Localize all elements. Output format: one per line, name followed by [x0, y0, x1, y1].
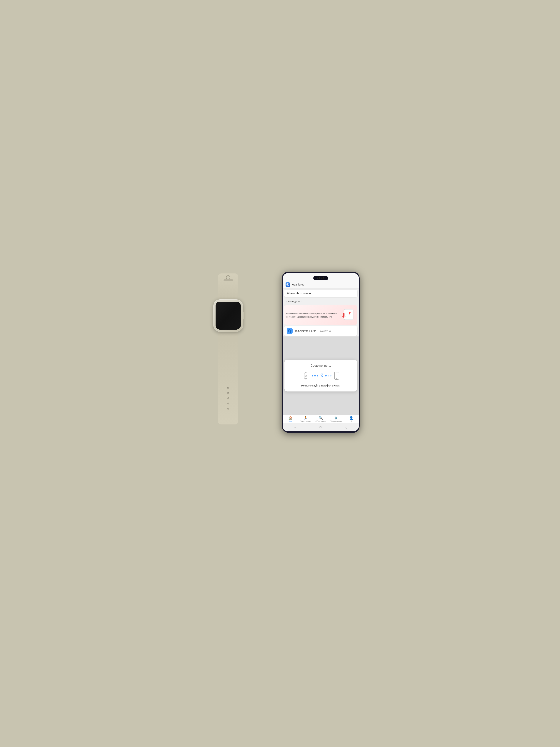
dot: [314, 375, 316, 377]
nav-item-profile[interactable]: 👤 Я: [344, 416, 359, 422]
reading-section: Чтение данных ...: [283, 298, 359, 305]
svg-rect-11: [343, 315, 344, 317]
nav-item-home[interactable]: 🏠 Дом: [283, 416, 298, 422]
modal-title: Соединение ...: [311, 364, 331, 367]
camera-lens-left: [317, 277, 320, 279]
app-title: Wearfit Pro: [292, 283, 304, 286]
watch-band-hole: [227, 408, 229, 410]
nav-icon-discover: 🔍: [319, 416, 323, 420]
android-home-button[interactable]: □: [316, 425, 325, 430]
camera-lens-right: [321, 277, 324, 279]
connection-modal-overlay: Соединение ...: [283, 336, 359, 415]
scene: Wearfit Pro Bluetooth connected Чтение д…: [197, 262, 363, 485]
dot-dim: [327, 375, 329, 377]
watch: [202, 274, 254, 440]
promo-text-block: Выключить службы местонахождении ТА и да…: [286, 312, 339, 318]
phone-camera: [313, 276, 328, 280]
bluetooth-status-text: Bluetooth connected: [287, 292, 313, 295]
svg-rect-16: [305, 378, 306, 380]
nav-label-exercise: Упражнение: [300, 420, 311, 422]
watch-band-hole: [227, 392, 229, 394]
modal-card: Соединение ...: [285, 360, 357, 391]
nav-label-equipment: Оборудование: [330, 420, 342, 422]
watch-band-bottom: [218, 332, 238, 424]
modal-warning-text: Не используйте телефон и часы: [301, 384, 340, 387]
nav-icon-home: 🏠: [288, 416, 292, 420]
android-back-button[interactable]: ◁: [341, 425, 351, 430]
nav-icon-exercise: 🏃: [303, 416, 308, 420]
bluetooth-icon: [320, 373, 324, 379]
dot: [317, 375, 318, 377]
nav-item-discover[interactable]: 🔍 Обнаружить: [313, 416, 328, 422]
bluetooth-banner: Bluetooth connected: [284, 289, 357, 297]
app-icon: [286, 282, 290, 287]
svg-rect-15: [305, 372, 306, 373]
nav-item-exercise[interactable]: 🏃 Упражнение: [298, 416, 313, 422]
watch-body: [213, 300, 243, 332]
svg-line-12: [342, 316, 343, 317]
watch-crown: [243, 312, 245, 319]
watch-screen: [216, 302, 241, 330]
watch-band-hole: [227, 397, 229, 399]
steps-section: 👣 Количество шагов 2022-07-13: [284, 326, 357, 336]
promo-illustration: [340, 308, 355, 323]
watch-band-hole: [227, 403, 229, 405]
watch-device-icon: [301, 371, 310, 380]
nav-label-profile: Я: [351, 420, 352, 422]
bottom-navigation: 🏠 Дом 🏃 Упражнение 🔍 Обнаружить ⚙️ Обору…: [283, 415, 359, 423]
android-navbar: ≡ □ ◁: [283, 423, 359, 431]
connection-animation: [301, 371, 340, 380]
dots-right: [325, 375, 331, 377]
phone-body: Wearfit Pro Bluetooth connected Чтение д…: [282, 272, 359, 433]
steps-date: 2022-07-13: [320, 330, 331, 332]
steps-label: Количество шагов: [294, 329, 316, 332]
dot: [325, 375, 327, 377]
dots-left: [312, 375, 318, 377]
svg-point-3: [287, 284, 288, 285]
svg-point-10: [343, 313, 345, 315]
watch-band-hole: [227, 387, 229, 389]
svg-rect-4: [344, 309, 353, 319]
phone: Wearfit Pro Bluetooth connected Чтение д…: [282, 272, 359, 433]
watch-buckle: [226, 275, 230, 280]
dot-dim: [330, 375, 331, 377]
app-header: Wearfit Pro: [283, 273, 359, 288]
dot: [312, 375, 313, 377]
reading-text: Чтение данных ...: [286, 300, 305, 303]
phone-screen: Wearfit Pro Bluetooth connected Чтение д…: [283, 273, 359, 431]
nav-icon-profile: 👤: [349, 416, 353, 420]
nav-icon-equipment: ⚙️: [334, 416, 338, 420]
nav-label-home: Дом: [289, 420, 292, 422]
promo-text: Выключить службы местонахождении ТА и да…: [286, 312, 337, 318]
watch-band-top: [218, 274, 238, 300]
svg-line-20: [321, 374, 322, 375]
svg-rect-1: [216, 302, 241, 330]
promo-banner: Выключить службы местонахождении ТА и да…: [284, 305, 357, 325]
watch-band-holes: [227, 387, 229, 410]
svg-point-23: [336, 378, 337, 379]
nav-label-discover: Обнаружить: [315, 420, 326, 422]
android-menu-button[interactable]: ≡: [291, 425, 300, 430]
nav-item-equipment[interactable]: ⚙️ Оборудование: [328, 416, 344, 422]
phone-device-icon: [333, 371, 340, 380]
steps-icon: 👣: [287, 328, 293, 334]
